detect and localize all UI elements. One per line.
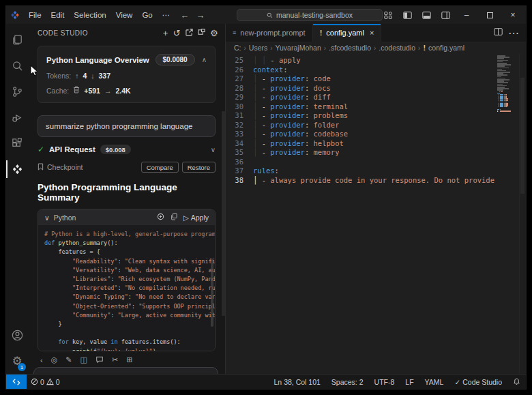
mouse-cursor bbox=[30, 65, 39, 77]
panel-scrollbar[interactable] bbox=[222, 111, 225, 316]
menu-edit[interactable]: Edit bbox=[46, 11, 70, 19]
run-debug-icon[interactable] bbox=[6, 104, 28, 130]
collapse-code-icon[interactable]: ∨ bbox=[44, 214, 50, 222]
tab-bar: ≡ new-prompt.prompt ! config.yaml × ⋯ bbox=[226, 24, 526, 42]
editor-line[interactable]: 32│ - provider: folder bbox=[226, 121, 496, 130]
menu-file[interactable]: File bbox=[24, 11, 46, 19]
search-box-text: manual-testing-sandbox bbox=[276, 11, 353, 19]
editor-line[interactable]: 35│ - provider: memory bbox=[226, 148, 496, 158]
menu-more-icon[interactable]: ⋯ bbox=[158, 10, 175, 20]
activity-bar: ⚙ 1 bbox=[6, 24, 28, 374]
panel-layout-icon[interactable] bbox=[198, 28, 205, 38]
snip-icon[interactable]: ✂ bbox=[112, 355, 118, 364]
editor-line[interactable]: 36 bbox=[226, 158, 496, 167]
cache-label: Cache: bbox=[46, 87, 69, 95]
panel-title: CODE STUDIO bbox=[38, 29, 88, 37]
breadcrumb[interactable]: C:› Users› YuvarajMohan› .sfcodestudio› … bbox=[226, 42, 526, 54]
insert-code-icon[interactable] bbox=[157, 213, 164, 222]
nav-back-icon[interactable]: ← bbox=[180, 10, 189, 20]
history-icon[interactable]: ↺ bbox=[173, 28, 181, 38]
copy-code-icon[interactable] bbox=[171, 213, 177, 222]
api-request-row[interactable]: ✓ API Request $0.008 ∨ bbox=[38, 145, 216, 154]
settings-gear-icon[interactable]: ⚙ 1 bbox=[6, 348, 28, 374]
python-code-content[interactable]: # Python is a high-level, general-purpos… bbox=[38, 225, 215, 351]
cache-read-value: 2.4K bbox=[115, 87, 130, 95]
code-studio-panel: CODE STUDIO + ↺ ⚙ bbox=[28, 24, 226, 374]
toggle-panel-icon[interactable] bbox=[418, 8, 434, 22]
menu-go[interactable]: Go bbox=[137, 11, 157, 19]
editor-line[interactable]: 31│ - provider: problems bbox=[226, 111, 496, 121]
target-icon[interactable]: ◎ bbox=[51, 355, 58, 364]
close-tab-icon[interactable]: × bbox=[370, 29, 374, 37]
user-prompt[interactable]: summarize python programming language bbox=[38, 115, 216, 137]
follow-up-box[interactable]: Ask a follow-up Chat ∨ Claude 3.7 Sonnet bbox=[33, 367, 218, 374]
editor-line[interactable]: 33│ - provider: codebase bbox=[226, 130, 496, 139]
panel-settings-icon[interactable]: ⚙ bbox=[210, 28, 218, 38]
editor-line[interactable]: 38│ - always provide code in your respon… bbox=[226, 176, 496, 186]
nav-forward-icon[interactable]: → bbox=[196, 10, 205, 20]
reader-icon[interactable]: ◫ bbox=[80, 355, 87, 364]
session-card[interactable]: Python Language Overview $0.0080 ∧ Token… bbox=[38, 46, 216, 103]
remote-indicator[interactable] bbox=[6, 375, 27, 389]
editor-line[interactable]: 37rules: bbox=[226, 166, 496, 176]
checkpoint-row: Checkpoint Compare Restore bbox=[38, 161, 216, 173]
close-button[interactable]: × bbox=[503, 7, 523, 23]
editor-line[interactable]: 29│ - provider: diff bbox=[226, 93, 496, 102]
code-block-scrollbar[interactable] bbox=[211, 259, 213, 327]
accounts-icon[interactable] bbox=[6, 322, 28, 348]
minimap[interactable] bbox=[497, 55, 518, 112]
search-sidebar-icon[interactable] bbox=[6, 53, 28, 78]
editor-line[interactable]: 26context: bbox=[226, 65, 496, 75]
editor-line[interactable]: 30│ - provider: terminal bbox=[226, 102, 496, 112]
tab-config-yaml[interactable]: ! config.yaml × bbox=[313, 24, 382, 42]
split-editor-icon[interactable] bbox=[494, 27, 503, 39]
notifications-bell-icon[interactable] bbox=[507, 378, 526, 385]
comment-icon[interactable] bbox=[95, 355, 104, 365]
toggle-secondary-sidebar-icon[interactable] bbox=[437, 8, 454, 22]
compare-button[interactable]: Compare bbox=[141, 162, 179, 173]
cursor-position[interactable]: Ln 38, Col 101 bbox=[269, 378, 326, 386]
cache-write-value: +591 bbox=[84, 87, 100, 95]
prev-icon[interactable]: ‹ bbox=[40, 356, 43, 364]
code-studio-sidebar-icon[interactable] bbox=[6, 156, 28, 182]
checkpoint-label: Checkpoint bbox=[47, 163, 83, 171]
editor-line[interactable]: 34│ - provider: helpbot bbox=[226, 139, 496, 149]
command-search-box[interactable]: manual-testing-sandbox bbox=[237, 9, 383, 21]
tab-new-prompt[interactable]: ≡ new-prompt.prompt bbox=[226, 24, 313, 42]
maximize-button[interactable] bbox=[479, 7, 500, 23]
editor-line[interactable]: 28│ - provider: docs bbox=[226, 84, 496, 93]
problems-indicator[interactable]: 0 0 bbox=[27, 378, 64, 386]
new-session-icon[interactable]: + bbox=[163, 28, 168, 38]
restore-button[interactable]: Restore bbox=[182, 162, 216, 173]
editor-more-icon[interactable]: ⋯ bbox=[508, 27, 519, 40]
tokens-out-icon: ↓ bbox=[91, 72, 94, 80]
code-editor[interactable]: 25│ │ - apply26context:27│ - provider: c… bbox=[226, 54, 526, 374]
edit-icon[interactable]: ✎ bbox=[65, 355, 72, 364]
title-bar: File Edit Selection View Go ⋯ ← → manual… bbox=[6, 6, 526, 24]
explorer-icon[interactable] bbox=[6, 27, 28, 53]
editor-line[interactable]: 25│ │ - apply bbox=[226, 56, 496, 65]
warning-icon bbox=[46, 378, 54, 385]
menu-selection[interactable]: Selection bbox=[69, 11, 110, 19]
app-logo-icon bbox=[6, 10, 24, 20]
api-request-label: API Request bbox=[49, 145, 95, 153]
expand-api-icon[interactable]: ∨ bbox=[211, 146, 216, 153]
extension-status[interactable]: ✓ Code Studio bbox=[449, 378, 507, 386]
indentation[interactable]: Spaces: 2 bbox=[326, 378, 369, 386]
collapse-session-icon[interactable]: ∧ bbox=[202, 56, 207, 63]
extensions-icon[interactable] bbox=[6, 130, 28, 156]
app-window: File Edit Selection View Go ⋯ ← → manual… bbox=[5, 5, 527, 390]
minimize-button[interactable]: – bbox=[456, 7, 477, 23]
editor-scrollbar[interactable] bbox=[519, 54, 526, 374]
editor-line[interactable]: 27│ - provider: code bbox=[226, 74, 496, 84]
toggle-sidebar-icon[interactable] bbox=[399, 8, 415, 22]
encoding[interactable]: UTF-8 bbox=[369, 378, 400, 386]
menu-view[interactable]: View bbox=[111, 11, 138, 19]
eol-sequence[interactable]: LF bbox=[400, 378, 419, 386]
source-control-icon[interactable] bbox=[6, 78, 28, 104]
grid-icon[interactable]: ⊞ bbox=[126, 355, 132, 364]
open-external-icon[interactable] bbox=[186, 28, 193, 38]
apply-code-button[interactable]: ▷ Apply bbox=[183, 214, 209, 222]
success-check-icon: ✓ bbox=[38, 145, 44, 154]
language-mode[interactable]: YAML bbox=[419, 378, 449, 386]
